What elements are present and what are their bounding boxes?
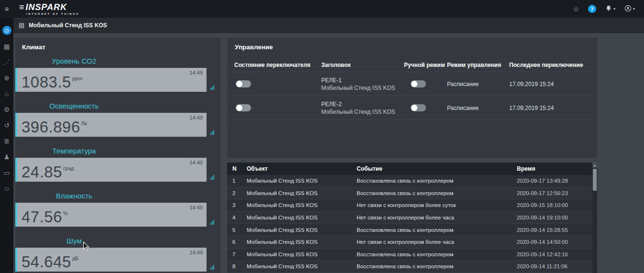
sensor-value-tile[interactable]: 14:49 47.56% — [15, 203, 207, 227]
sensor-unit: Лк — [81, 120, 87, 126]
breadcrumb-bar: ▤ Мобильный Стенд ISS KOS — [13, 18, 644, 33]
sensor-value: 54.645дБ — [22, 253, 79, 271]
event-object: Мобильный Стенд ISS KOS — [247, 202, 357, 208]
dashboard-icon: ⊙ — [2, 26, 11, 35]
sensor-name: Освещенность — [29, 102, 120, 110]
object-panel-icon[interactable]: ▤ — [19, 22, 24, 29]
sensor-value-tile[interactable]: 14:49 396.896Лк — [15, 113, 207, 137]
sensor-widget: Температура 14:40 24.85град — [15, 147, 221, 182]
sidebar-item-billing[interactable]: ▭ — [0, 164, 13, 180]
event-number: 6 — [232, 239, 247, 245]
sensor-timestamp: 14:49 — [189, 205, 203, 210]
panel-title: Климат — [15, 42, 221, 57]
sensor-widget: Шум 14:49 54.645дБ — [15, 237, 221, 272]
profile-icon: ☺ — [3, 185, 10, 192]
sensor-name: Влажность — [29, 192, 120, 200]
network-icon: ⊕ — [4, 74, 10, 82]
switch-state-toggle[interactable] — [236, 80, 251, 87]
building-icon: ⌂ — [5, 90, 9, 98]
sidebar-item-dashboard[interactable]: ⊙ — [0, 22, 13, 38]
event-text: Восстановлена связь с контроллером — [357, 227, 517, 233]
logo-tagline: INTERNET OF THINGS — [26, 12, 79, 15]
scroll-up-button[interactable]: ▲ — [592, 163, 597, 168]
sensor-unit: % — [63, 210, 68, 216]
calendar-icon: ▦ — [3, 43, 10, 50]
sensor-unit: дБ — [72, 255, 79, 261]
sidebar-item-history[interactable]: ↺ — [0, 117, 13, 133]
help-icon: ? — [590, 6, 594, 12]
event-number: 7 — [232, 251, 247, 257]
sensor-value-tile[interactable]: 14:49 54.645дБ — [15, 248, 207, 272]
bar-chart-icon[interactable] — [210, 130, 214, 135]
sensor-name: Температура — [29, 147, 120, 155]
manual-mode-toggle[interactable] — [411, 80, 426, 87]
event-text: Восстановлена связь с контроллером — [357, 190, 517, 196]
sidebar-item-charts[interactable]: ⋰ — [0, 54, 13, 70]
sidebar-item-calendar[interactable]: ▦ — [0, 38, 13, 54]
relay-title: РЕЛЕ-2 — [321, 100, 404, 108]
card-icon: ▭ — [3, 169, 10, 176]
star-icon: ☆ — [573, 5, 579, 13]
event-number: 8 — [232, 263, 247, 269]
sidebar-item-journal[interactable]: ≣ — [0, 133, 13, 149]
table-row: 6 Мобильный Стенд ISS KOS Нет связи с ко… — [227, 236, 597, 249]
event-text: Нет связи с контроллером более суток — [357, 202, 517, 208]
sidebar-item-services[interactable]: ⚙ — [0, 101, 13, 117]
sensor-value: 24.85град — [22, 163, 74, 181]
table-row: 7 Мобильный Стенд ISS KOS Восстановлена … — [227, 249, 597, 261]
event-text: Восстановлена связь с контроллером — [357, 178, 517, 184]
menu-toggle-button[interactable]: ≡ — [0, 5, 13, 13]
sidebar: ⊙ ▦ ⋰ ⊕ ⌂ ⚙ ↺ ≣ ♟ ▭ ☺ — [0, 18, 13, 273]
sensor-timestamp: 14:49 — [189, 250, 203, 255]
sidebar-item-organization[interactable]: ⌂ — [0, 86, 13, 101]
help-button[interactable]: ? — [588, 5, 596, 13]
sensor-widget: Освещенность 14:49 396.896Лк — [15, 102, 221, 137]
event-text: Восстановлена связь с контроллером — [357, 263, 517, 269]
sensor-value: 47.56% — [22, 208, 68, 226]
column-header: Режим управления — [447, 62, 509, 68]
topbar: ≡ ≡ INSPARK INTERNET OF THINGS ☆ ? ▾ ▾ — [0, 0, 644, 18]
events-scrollbar[interactable]: ▲ — [592, 163, 597, 273]
sidebar-item-users[interactable]: ♟ — [0, 149, 13, 164]
climate-panel: Климат Уровень CO2 14:49 1083.5ppm Освещ… — [15, 37, 221, 273]
event-object: Мобильный Стенд ISS KOS — [247, 178, 357, 184]
sensor-value-tile[interactable]: 14:40 24.85град — [15, 158, 207, 182]
switch-state-toggle[interactable] — [236, 104, 251, 111]
event-time: 2020-09-14 14:50:00 — [517, 239, 597, 245]
column-header: Последнее переключение — [509, 62, 597, 68]
event-time: 2020-09-17 12:56:23 — [517, 190, 597, 196]
hamburger-icon: ≡ — [5, 5, 9, 13]
event-time: 2020-09-17 13:49:28 — [517, 178, 597, 184]
event-object: Мобильный Стенд ISS KOS — [247, 190, 357, 196]
sensor-value-tile[interactable]: 14:49 1083.5ppm — [15, 68, 207, 92]
user-menu-button[interactable]: ▾ — [624, 5, 635, 13]
table-row: 2 Мобильный Стенд ISS KOS Восстановлена … — [227, 187, 597, 200]
panel-title: Управление — [227, 37, 597, 58]
app-logo[interactable]: ≡ INSPARK INTERNET OF THINGS — [19, 3, 79, 15]
manual-mode-toggle[interactable] — [411, 104, 426, 111]
column-header: Время — [517, 165, 597, 172]
table-row: 4 Мобильный Стенд ISS KOS Нет связи с ко… — [227, 212, 597, 224]
sensor-value: 396.896Лк — [22, 118, 87, 136]
event-object: Мобильный Стенд ISS KOS — [247, 263, 357, 269]
scrollbar-thumb[interactable] — [593, 169, 597, 191]
bar-chart-icon[interactable] — [210, 265, 214, 270]
bar-chart-icon[interactable] — [210, 220, 214, 225]
sidebar-item-profile[interactable]: ☺ — [0, 180, 13, 196]
bar-chart-icon[interactable] — [210, 175, 214, 180]
bell-icon — [605, 5, 612, 13]
favorites-button[interactable]: ☆ — [573, 5, 579, 13]
notifications-button[interactable]: ▾ — [605, 5, 615, 13]
control-row: РЕЛЕ-2 Мобильный Стенд ISS KOS Расписани… — [227, 96, 597, 120]
sidebar-item-network[interactable]: ⊕ — [0, 70, 13, 86]
gear-icon: ⚙ — [4, 106, 10, 113]
column-header: Состояние переключателя — [234, 62, 321, 68]
event-object: Мобильный Стенд ISS KOS — [247, 251, 357, 257]
event-object: Мобильный Стенд ISS KOS — [247, 215, 357, 220]
sensor-timestamp: 14:40 — [189, 160, 203, 165]
relay-subtitle: Мобильный Стенд ISS KOS — [321, 108, 404, 116]
sensor-unit: ppm — [72, 76, 82, 81]
column-header: Ручной режим — [404, 62, 447, 68]
bar-chart-icon[interactable] — [210, 85, 214, 90]
event-number: 5 — [232, 227, 247, 233]
